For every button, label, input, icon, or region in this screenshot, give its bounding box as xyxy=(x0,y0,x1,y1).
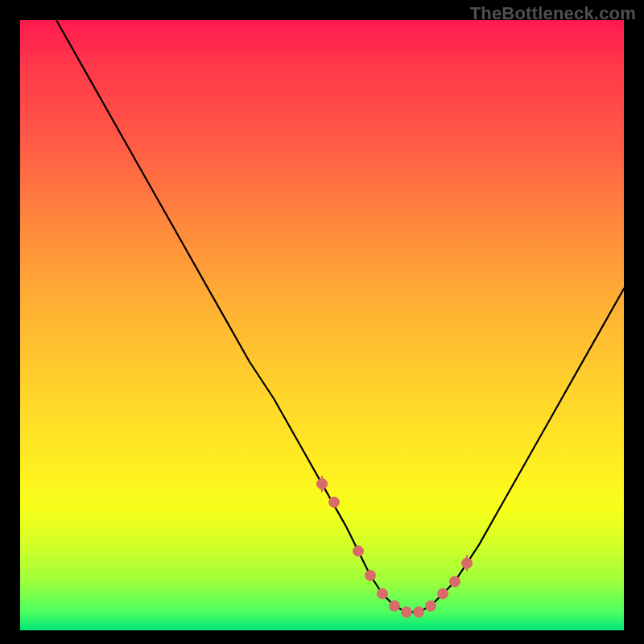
marker-point xyxy=(378,588,388,599)
marker-point xyxy=(450,576,460,587)
marker-point xyxy=(402,607,412,617)
marker-point xyxy=(353,546,364,556)
chart-svg xyxy=(20,20,624,630)
marker-point xyxy=(390,601,400,611)
marker-point xyxy=(414,607,424,617)
marker-group xyxy=(317,479,473,617)
marker-point xyxy=(438,588,448,599)
plot-area xyxy=(20,20,624,630)
marker-point xyxy=(365,570,376,580)
watermark-text: TheBottleneck.com xyxy=(470,3,636,24)
marker-point xyxy=(426,601,436,611)
marker-point xyxy=(329,497,340,507)
bottleneck-curve xyxy=(56,20,624,612)
